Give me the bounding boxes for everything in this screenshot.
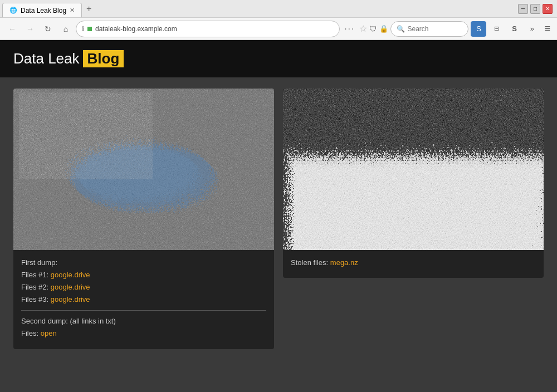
search-input[interactable] xyxy=(407,25,463,33)
card-2: Stolen files: mega.nz xyxy=(283,89,544,278)
nav-bar: ← → ↻ ⌂ ℹ dataleak-blog.example.com ··· … xyxy=(0,18,557,40)
files-row: Files: open xyxy=(21,327,266,340)
search-icon: 🔍 xyxy=(397,25,405,33)
files3-row: Files #3: google.drive xyxy=(21,293,266,306)
active-tab[interactable]: 🌐 Data Leak Blog ✕ xyxy=(2,3,82,17)
files-label: Files: xyxy=(21,329,38,337)
search-bar[interactable]: 🔍 xyxy=(390,21,468,37)
info-icon: ℹ xyxy=(82,25,84,32)
files-open-link[interactable]: open xyxy=(41,329,57,337)
stolen-label: Stolen files: xyxy=(291,258,328,267)
tab-title: Data Leak Blog xyxy=(21,7,66,14)
files2-row: Files #2: google.drive xyxy=(21,281,266,293)
second-dump-label: Second dump: (all links in txt) xyxy=(21,315,266,327)
site-title: Data Leak Blog xyxy=(13,50,544,67)
shield-icon: 🛡 xyxy=(369,24,377,33)
stolen-link[interactable]: mega.nz xyxy=(330,258,358,267)
card-2-body: Stolen files: mega.nz xyxy=(283,250,544,278)
home-button[interactable]: ⌂ xyxy=(58,21,74,37)
title-highlight-text: Blog xyxy=(83,50,124,67)
files2-label: Files #2: xyxy=(21,283,48,291)
files1-link[interactable]: google.drive xyxy=(51,271,90,279)
bookmark-button[interactable]: ☆ xyxy=(359,23,367,34)
overflow-button[interactable]: » xyxy=(524,21,540,37)
back-button[interactable]: ← xyxy=(4,21,20,37)
window-controls: ─ □ ✕ xyxy=(514,0,557,17)
address-text: dataleak-blog.example.com xyxy=(95,25,334,33)
files1-row: Files #1: google.drive xyxy=(21,269,266,281)
main-content: First dump: Files #1: google.drive Files… xyxy=(0,77,557,366)
tab-favicon: 🌐 xyxy=(9,7,17,14)
tab-bar: 🌐 Data Leak Blog ✕ + xyxy=(0,0,514,17)
sync-button[interactable]: ⊟ xyxy=(488,21,504,37)
svg-rect-9 xyxy=(283,89,544,250)
first-dump-label: First dump: xyxy=(21,257,266,269)
card-divider xyxy=(21,310,266,311)
more-button[interactable]: ··· xyxy=(342,24,357,34)
noise-svg-2 xyxy=(283,89,544,250)
address-bar[interactable]: ℹ dataleak-blog.example.com xyxy=(76,21,340,37)
maximize-button[interactable]: □ xyxy=(530,4,540,14)
files3-link[interactable]: google.drive xyxy=(51,295,90,303)
noise-svg-1 xyxy=(13,89,274,250)
page-content: Data Leak Blog xyxy=(0,40,557,392)
window-frame: 🌐 Data Leak Blog ✕ + ─ □ ✕ ← → ↻ ⌂ ℹ dat… xyxy=(0,0,557,392)
refresh-button[interactable]: ↻ xyxy=(40,21,56,37)
profile-button[interactable]: S xyxy=(471,21,486,37)
svg-rect-4 xyxy=(13,89,274,250)
new-tab-button[interactable]: + xyxy=(82,4,96,14)
tracking-icon: 🔒 xyxy=(379,24,388,33)
card-1-body: First dump: Files #1: google.drive Files… xyxy=(13,250,274,349)
card-2-image xyxy=(283,89,544,250)
files2-link[interactable]: google.drive xyxy=(51,283,90,291)
title-bar: 🌐 Data Leak Blog ✕ + ─ □ ✕ xyxy=(0,0,557,18)
card-1: First dump: Files #1: google.drive Files… xyxy=(13,89,274,349)
security-dot xyxy=(87,27,92,31)
close-button[interactable]: ✕ xyxy=(543,4,553,14)
card-1-image xyxy=(13,89,274,250)
stolen-row: Stolen files: mega.nz xyxy=(291,257,536,269)
nav-actions: S ⊟ S » ≡ xyxy=(471,21,553,37)
minimize-button[interactable]: ─ xyxy=(518,4,528,14)
tab-close-btn[interactable]: ✕ xyxy=(70,7,75,14)
title-plain-text: Data Leak xyxy=(13,50,80,67)
files3-label: Files #3: xyxy=(21,295,48,303)
site-header: Data Leak Blog xyxy=(0,40,557,77)
menu-button[interactable]: ≡ xyxy=(542,23,553,35)
extension-s-button[interactable]: S xyxy=(506,21,522,37)
forward-button[interactable]: → xyxy=(22,21,38,37)
files1-label: Files #1: xyxy=(21,271,48,279)
